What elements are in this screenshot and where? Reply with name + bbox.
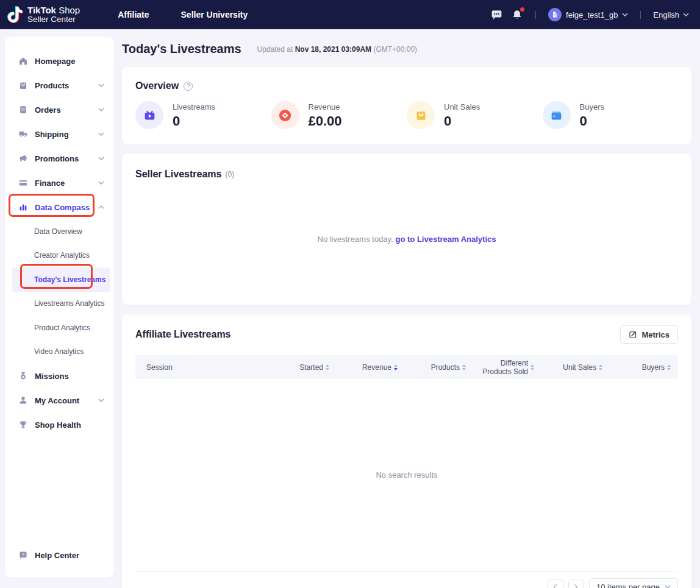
sidebar-subitem-livestreams-analytics[interactable]: Livestreams Analytics	[5, 292, 114, 316]
column-unit-sales[interactable]: Unit Sales	[541, 363, 610, 372]
chevron-down-icon	[98, 83, 104, 87]
sidebar-item-shop-health[interactable]: Shop Health	[5, 413, 114, 437]
chevron-up-icon	[98, 205, 104, 209]
sidebar-item-homepage[interactable]: Homepage	[5, 49, 114, 73]
sort-icon[interactable]	[326, 364, 329, 370]
column-started[interactable]: Started	[268, 363, 337, 372]
table-header-row: Session Started Revenue Products Differe…	[135, 355, 678, 379]
metric-label: Buyers	[580, 102, 604, 112]
bar-chart-icon	[18, 202, 28, 212]
updated-timestamp: Updated at Nov 18, 2021 03:09AM (GMT+00:…	[257, 45, 418, 54]
prev-page-button[interactable]	[548, 579, 563, 588]
affiliate-livestreams-table: Session Started Revenue Products Differe…	[135, 355, 678, 588]
nav-affiliate[interactable]: Affiliate	[118, 10, 149, 19]
metric-revenue: Revenue £0.00	[271, 101, 407, 129]
metric-label: Unit Sales	[444, 102, 480, 112]
chevron-down-icon	[683, 13, 689, 16]
chevron-down-icon	[622, 13, 628, 16]
sidebar-item-data-compass[interactable]: Data Compass	[5, 195, 114, 219]
coin-icon	[271, 101, 299, 129]
metric-value: £0.00	[309, 113, 342, 129]
seller-livestreams-count: (0)	[225, 170, 234, 179]
medal-icon	[18, 371, 28, 381]
divider	[640, 11, 641, 19]
megaphone-icon	[18, 154, 28, 163]
tiktok-note-icon	[7, 5, 23, 24]
items-per-page-select[interactable]: 10 items per page	[589, 578, 678, 588]
sidebar-item-shipping[interactable]: Shipping	[5, 122, 114, 146]
sidebar-item-promotions[interactable]: Promotions	[5, 146, 114, 171]
chevron-down-icon	[98, 108, 104, 112]
sidebar-item-help-center[interactable]: ? Help Center	[5, 543, 114, 567]
question-circle-icon[interactable]: ?	[184, 82, 193, 91]
livestream-analytics-link[interactable]: go to Livestream Analytics	[396, 235, 496, 244]
logo-line1: TikTok Shop	[27, 5, 80, 15]
metric-livestreams: Livestreams 0	[135, 101, 271, 129]
metric-value: 0	[580, 113, 604, 129]
nav-seller-university[interactable]: Seller University	[181, 10, 248, 19]
sidebar-item-finance[interactable]: Finance	[5, 171, 114, 195]
chevron-right-icon	[574, 584, 578, 588]
chevron-down-icon	[665, 585, 671, 588]
column-buyers[interactable]: Buyers	[610, 363, 678, 372]
sidebar-item-missions[interactable]: Missions	[5, 364, 114, 388]
table-empty-body: No search results	[135, 379, 678, 572]
sidebar-item-my-account[interactable]: My Account	[5, 388, 114, 413]
sort-icon[interactable]	[530, 364, 534, 370]
sort-icon[interactable]	[667, 364, 671, 370]
sidebar-item-products[interactable]: Products	[5, 73, 114, 97]
affiliate-livestreams-title: Affiliate Livestreams	[135, 329, 231, 340]
page-title: Today's Livestreams	[122, 42, 241, 56]
language-selector[interactable]: English	[653, 10, 689, 19]
notification-badge	[520, 7, 524, 12]
sort-icon[interactable]	[599, 364, 602, 370]
metrics-button[interactable]: Metrics	[620, 325, 678, 344]
metric-unit-sales: Unit Sales 0	[407, 101, 543, 129]
sidebar-subitem-todays-livestreams[interactable]: Today's Livestreams	[12, 267, 110, 292]
user-name: feige_test1_gb	[566, 10, 618, 19]
avatar	[548, 8, 562, 21]
bell-icon[interactable]	[511, 9, 523, 21]
seller-livestreams-title: Seller Livestreams	[135, 169, 221, 180]
svg-text:?: ?	[22, 552, 24, 558]
sidebar-subitem-product-analytics[interactable]: Product Analytics	[5, 316, 114, 340]
logo-line2: Seller Center	[27, 15, 80, 24]
card-icon	[18, 178, 28, 188]
seller-livestreams-card: Seller Livestreams (0) No livestreams to…	[122, 154, 691, 305]
sidebar-subitem-video-analytics[interactable]: Video Analytics	[5, 340, 114, 364]
chevron-left-icon	[553, 584, 557, 588]
home-icon	[18, 56, 28, 66]
chevron-down-icon	[98, 157, 104, 160]
column-different-products-sold[interactable]: Different Products Sold	[473, 359, 541, 376]
divider	[535, 11, 536, 19]
next-page-button[interactable]	[568, 579, 584, 588]
column-revenue[interactable]: Revenue	[337, 363, 405, 372]
pagination: 10 items per page	[135, 578, 678, 588]
sidebar-subitem-data-overview[interactable]: Data Overview	[5, 219, 114, 244]
seller-empty-state: No livestreams today,go to Livestream An…	[122, 235, 691, 244]
affiliate-livestreams-card: Affiliate Livestreams Metrics Session St…	[122, 314, 691, 588]
orders-doc-icon	[18, 105, 28, 115]
person-icon	[18, 395, 28, 405]
topbar: TikTok Shop Seller Center Affiliate Sell…	[0, 0, 700, 29]
metric-buyers: Buyers 0	[543, 101, 679, 129]
chat-bubble-icon[interactable]	[490, 9, 502, 21]
sort-icon[interactable]	[462, 364, 466, 370]
sidebar-subitem-creator-analytics[interactable]: Creator Analytics	[5, 244, 114, 268]
no-results-text: No search results	[376, 470, 437, 480]
sort-icon-desc-active[interactable]	[394, 364, 398, 370]
main-content: Today's Livestreams Updated at Nov 18, 2…	[122, 37, 691, 588]
overview-title: Overview	[135, 80, 179, 91]
chevron-down-icon	[98, 181, 104, 185]
trophy-icon	[18, 420, 28, 430]
sidebar: Homepage Products Orders Shipping Promot…	[5, 37, 114, 578]
metric-value: 0	[444, 113, 480, 129]
wallet-icon	[543, 101, 571, 129]
tiktok-shop-logo[interactable]: TikTok Shop Seller Center	[7, 5, 80, 24]
user-menu[interactable]: feige_test1_gb	[548, 8, 628, 21]
column-products[interactable]: Products	[405, 363, 473, 372]
truck-icon	[18, 129, 28, 139]
question-bubble-icon: ?	[18, 550, 28, 560]
edit-square-icon	[629, 330, 637, 339]
sidebar-item-orders[interactable]: Orders	[5, 97, 114, 122]
